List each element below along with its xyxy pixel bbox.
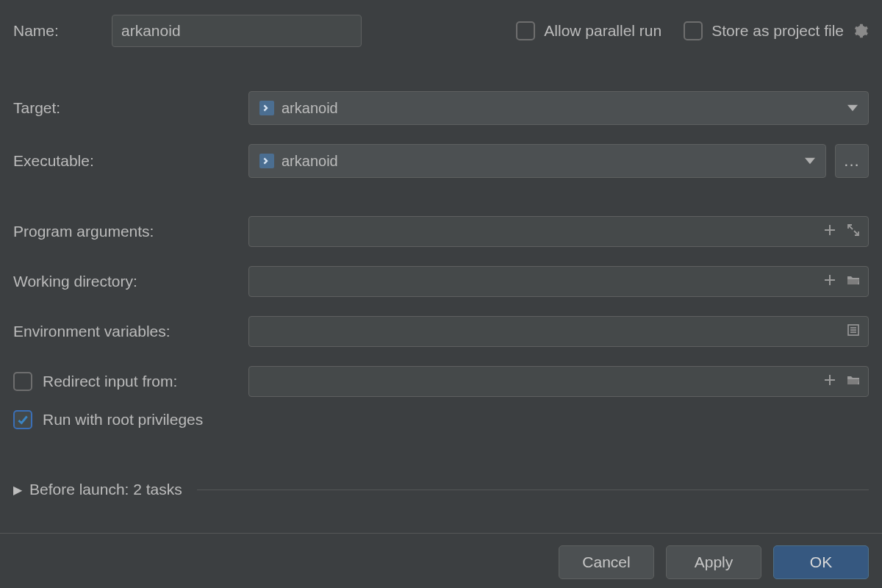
working-dir-input[interactable]: [248, 266, 869, 297]
target-label: Target:: [13, 99, 248, 117]
executable-combo[interactable]: arkanoid: [248, 144, 826, 178]
store-project-checkbox[interactable]: [684, 21, 703, 40]
program-args-label: Program arguments:: [13, 223, 248, 240]
before-launch-section[interactable]: ▶ Before launch: 2 tasks: [13, 481, 869, 498]
name-input[interactable]: [112, 15, 362, 47]
terminal-icon: [259, 154, 274, 168]
store-project-label: Store as project file: [711, 22, 844, 40]
name-label: Name:: [13, 22, 101, 40]
redirect-input-checkbox[interactable]: [13, 372, 32, 391]
plus-icon[interactable]: [822, 223, 837, 241]
plus-icon[interactable]: [822, 373, 837, 391]
before-launch-label: Before launch: 2 tasks: [29, 481, 182, 498]
env-vars-text[interactable]: [257, 323, 839, 341]
allow-parallel-checkbox[interactable]: [516, 21, 535, 40]
plus-icon[interactable]: [822, 273, 837, 291]
divider: [0, 533, 882, 534]
target-value: arkanoid: [282, 100, 338, 117]
expand-icon[interactable]: [846, 223, 861, 241]
terminal-icon: [259, 101, 274, 115]
executable-label: Executable:: [13, 152, 248, 170]
root-privileges-label: Run with root privileges: [43, 411, 203, 429]
triangle-right-icon: ▶: [13, 483, 22, 497]
chevron-down-icon: [847, 100, 858, 117]
chevron-down-icon: [805, 153, 815, 170]
ok-button[interactable]: OK: [773, 545, 869, 579]
divider: [197, 490, 869, 490]
redirect-input-text[interactable]: [257, 373, 815, 391]
env-vars-label: Environment variables:: [13, 323, 248, 340]
svg-marker-1: [805, 157, 815, 163]
list-icon[interactable]: [846, 323, 861, 341]
working-dir-label: Working directory:: [13, 273, 248, 290]
redirect-input-field[interactable]: [248, 366, 869, 397]
program-args-text[interactable]: [257, 223, 815, 241]
redirect-input-label: Redirect input from:: [43, 373, 177, 390]
apply-button[interactable]: Apply: [666, 545, 761, 579]
folder-icon[interactable]: [846, 273, 861, 291]
target-combo[interactable]: arkanoid: [248, 91, 869, 125]
gear-icon[interactable]: [853, 23, 869, 39]
executable-value: arkanoid: [282, 153, 338, 170]
working-dir-text[interactable]: [257, 273, 815, 291]
allow-parallel-label: Allow parallel run: [544, 22, 662, 40]
svg-marker-0: [847, 104, 858, 110]
folder-icon[interactable]: [846, 373, 861, 391]
env-vars-input[interactable]: [248, 316, 869, 347]
program-args-input[interactable]: [248, 216, 869, 247]
executable-browse-button[interactable]: ...: [835, 144, 869, 178]
root-privileges-checkbox[interactable]: [13, 410, 32, 429]
cancel-button[interactable]: Cancel: [559, 545, 654, 579]
